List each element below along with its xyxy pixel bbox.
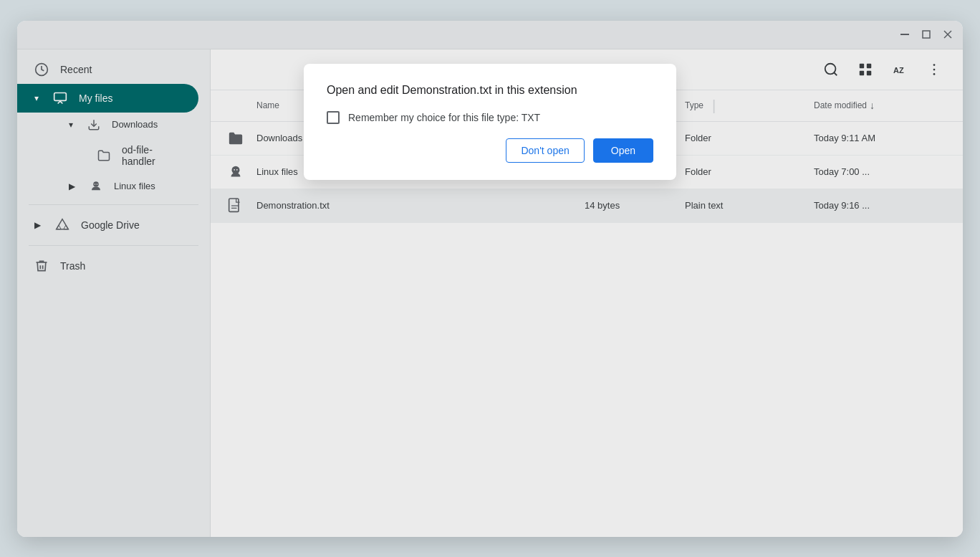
- remember-choice-checkbox[interactable]: [327, 111, 340, 124]
- open-dialog: Open and edit Demonstration.txt in this …: [304, 64, 676, 180]
- dialog-checkbox-label: Remember my choice for this file type: T…: [348, 112, 540, 123]
- dialog-actions: Don't open Open: [327, 138, 653, 163]
- open-button[interactable]: Open: [593, 138, 653, 163]
- app-window: Recent ▾ My files ▾: [17, 21, 963, 537]
- dialog-overlay: Open and edit Demonstration.txt in this …: [17, 21, 963, 537]
- dialog-title: Open and edit Demonstration.txt in this …: [327, 84, 653, 97]
- dialog-checkbox-row: Remember my choice for this file type: T…: [327, 111, 653, 124]
- dont-open-button[interactable]: Don't open: [506, 138, 584, 163]
